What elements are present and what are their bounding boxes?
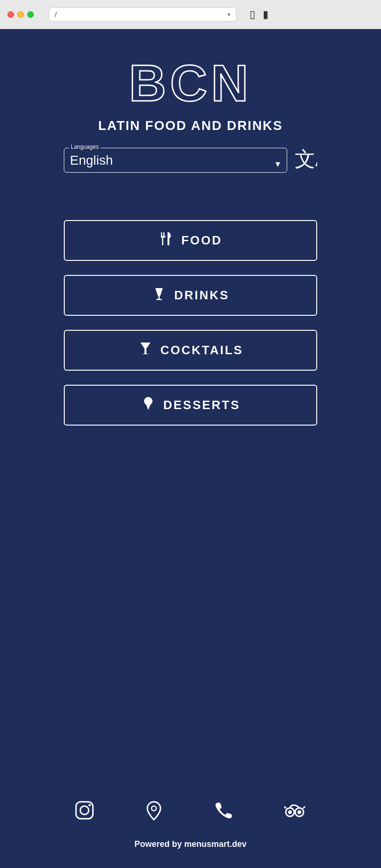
svg-rect-3	[162, 236, 166, 237]
food-button[interactable]: FOOD	[64, 220, 317, 261]
language-label: Languages	[69, 144, 100, 150]
browser-chrome: / ▾ ▯ ▮	[0, 0, 381, 29]
svg-rect-1	[161, 232, 162, 238]
language-section: Languages English Español Português Fran…	[64, 147, 317, 173]
desserts-button[interactable]: DESSERTS	[64, 385, 317, 426]
svg-point-16	[297, 810, 301, 814]
food-icon	[159, 231, 174, 250]
drinks-icon	[152, 286, 167, 305]
svg-rect-4	[162, 237, 164, 245]
app-container: BCN LATIN FOOD AND DRINKS Languages Engl…	[0, 29, 381, 868]
minimize-button[interactable]	[17, 11, 24, 18]
svg-point-11	[89, 804, 91, 807]
desserts-icon	[141, 396, 156, 414]
app-tagline: LATIN FOOD AND DRINKS	[98, 118, 283, 133]
language-select-wrapper: Languages English Español Português Fran…	[64, 148, 287, 173]
location-icon[interactable]	[144, 800, 164, 825]
close-button[interactable]	[8, 11, 14, 18]
svg-point-12	[152, 806, 156, 811]
svg-text:文A: 文A	[295, 147, 317, 170]
cocktails-icon	[138, 341, 153, 359]
svg-point-10	[80, 806, 89, 815]
translate-icon[interactable]: 文A	[295, 147, 317, 173]
address-chevron-icon: ▾	[228, 11, 230, 18]
powered-by: Powered by menusmart.dev	[134, 839, 246, 849]
traffic-lights	[8, 11, 34, 18]
svg-point-15	[288, 810, 292, 814]
maximize-button[interactable]	[27, 11, 34, 18]
desserts-label: DESSERTS	[163, 398, 240, 412]
menu-buttons: FOOD DRINKS COCKTAILS	[64, 220, 317, 426]
tablet-icon[interactable]: ▮	[263, 8, 268, 21]
cocktails-label: COCKTAILS	[160, 343, 244, 358]
device-icons: ▯ ▮	[250, 8, 268, 21]
food-label: FOOD	[181, 233, 222, 248]
drinks-label: DRINKS	[174, 288, 229, 303]
instagram-icon[interactable]	[74, 800, 95, 825]
address-text: /	[55, 11, 57, 18]
address-bar[interactable]: / ▾	[49, 8, 236, 22]
phone-icon[interactable]	[213, 800, 234, 825]
footer-icons	[50, 753, 331, 825]
drinks-button[interactable]: DRINKS	[64, 275, 317, 316]
svg-rect-5	[159, 296, 160, 299]
svg-rect-6	[156, 299, 162, 300]
app-logo: BCN	[98, 57, 283, 109]
tripadvisor-icon[interactable]	[282, 800, 307, 825]
mobile-icon[interactable]: ▯	[250, 8, 255, 21]
cocktails-button[interactable]: COCKTAILS	[64, 330, 317, 371]
logo-section: BCN LATIN FOOD AND DRINKS	[98, 57, 283, 133]
language-select[interactable]: English Español Português Français	[70, 150, 281, 168]
